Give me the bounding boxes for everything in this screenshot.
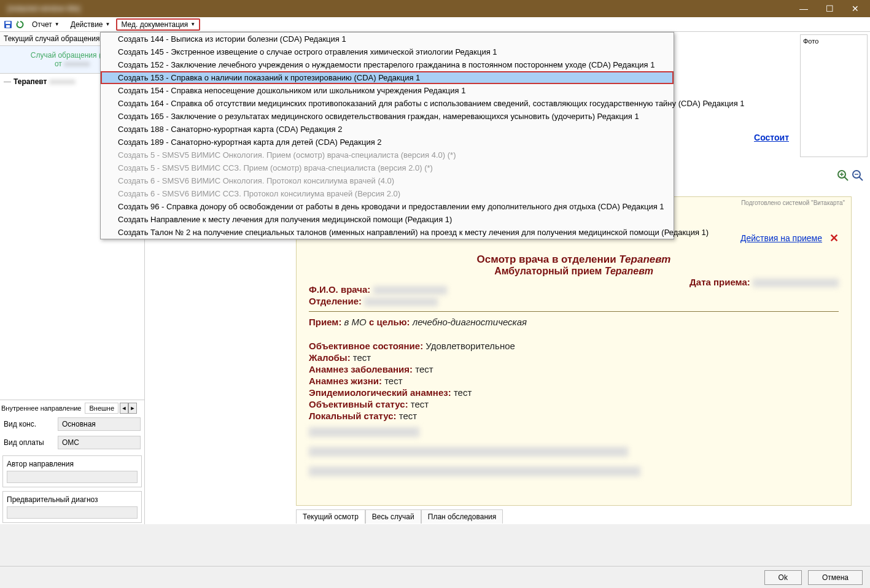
redacted-block	[309, 465, 839, 476]
dropdown-item[interactable]: Создать 189 - Санаторно-курортная карта …	[101, 136, 674, 149]
complaints-row: Жалобы: тест	[309, 352, 839, 363]
consult-type-field: Вид конс. Основная	[1, 415, 143, 433]
redacted-text	[753, 279, 839, 287]
obj-state-row: Объективное состояние: Удовлетворительно…	[309, 341, 839, 351]
visit-row: Прием: в МО с целью: лечебно-диагностиче…	[309, 317, 839, 327]
prelim-diag-group: Предварительный диагноз	[2, 491, 142, 523]
redacted-text	[364, 298, 438, 306]
doc-title-1: Осмотр врача в отделении Терапевт	[309, 253, 839, 266]
caret-down-icon: ▼	[106, 21, 111, 27]
anamnez-life-row: Анамнез жизни: тест	[309, 376, 839, 386]
maximize-button[interactable]: ☐	[817, 1, 842, 16]
close-icon[interactable]: ✕	[829, 231, 839, 245]
tab-nav-right[interactable]: ►	[128, 403, 137, 414]
svg-line-4	[844, 177, 848, 180]
dept-row: Отделение:	[309, 296, 839, 306]
med-doc-dropdown: Создать 144 - Выписка из истории болезни…	[100, 32, 674, 239]
med-doc-menu-label: Мед. документация	[121, 20, 188, 29]
zoom-out-icon[interactable]	[852, 169, 864, 182]
svg-rect-1	[6, 21, 10, 24]
case-line-2: от	[55, 60, 62, 68]
dropdown-item[interactable]: Создать 152 - Заключение лечебного учреж…	[101, 58, 674, 71]
svg-line-8	[859, 177, 863, 180]
tab-current-exam[interactable]: Текущий осмотр	[296, 509, 365, 524]
footer: Ok Отмена	[0, 566, 870, 588]
caret-down-icon: ▼	[55, 21, 60, 27]
dropdown-item: Создать 5 - SMSV5 ВИМИС Онкология. Прием…	[101, 149, 674, 161]
redacted-text: xxxxxxx	[49, 77, 75, 86]
ok-button[interactable]: Ok	[764, 570, 802, 585]
window-controls: — ☐ ✕	[791, 1, 868, 16]
tab-nav-left[interactable]: ◄	[120, 403, 128, 414]
zoom-controls	[837, 169, 864, 182]
med-doc-menu[interactable]: Мед. документация ▼	[116, 18, 200, 31]
direction-tabs: Внутреннее направление Внешне ◄ ►	[1, 401, 143, 415]
tab-full-case[interactable]: Весь случай	[365, 509, 421, 524]
zoom-in-icon[interactable]	[837, 169, 849, 182]
toolbar: Отчет ▼ Действие ▼ Мед. документация ▼	[0, 17, 870, 32]
date-row: Дата приема:	[689, 277, 839, 287]
consult-type-value[interactable]: Основная	[58, 417, 141, 431]
author-input[interactable]	[7, 471, 138, 483]
report-menu-label: Отчет	[32, 20, 52, 29]
dropdown-item[interactable]: Создать Направление к месту лечения для …	[101, 213, 674, 226]
report-menu[interactable]: Отчет ▼	[27, 19, 64, 30]
doc-actions-row: Действия на приеме ✕	[740, 231, 839, 245]
redacted-text	[373, 286, 447, 295]
save-icon[interactable]	[2, 19, 14, 30]
payment-type-field: Вид оплаты ОМС	[1, 433, 143, 452]
dropdown-item[interactable]: Создать 164 - Справка об отсутствии меди…	[101, 97, 674, 110]
cancel-button[interactable]: Отмена	[808, 570, 863, 585]
photo-box: Фото	[800, 34, 868, 157]
dropdown-item[interactable]: Создать 96 - Справка донору об освобожде…	[101, 200, 674, 213]
watermark: Подготовлено системой "Витакарта"	[741, 199, 845, 206]
action-menu-label: Действие	[71, 20, 103, 29]
divider	[309, 311, 839, 312]
dropdown-item[interactable]: Создать Талон № 2 на получение специальн…	[101, 226, 674, 239]
tree-specialist-label: Терапевт	[14, 77, 47, 86]
document-viewer: Подготовлено системой "Витакарта" Действ…	[296, 196, 852, 506]
tab-nav: ◄ ►	[120, 403, 137, 414]
epid-row: Эпидемиологический анамнез: тест	[309, 387, 839, 398]
left-bottom-panel: Внутреннее направление Внешне ◄ ► Вид ко…	[0, 400, 144, 524]
minimize-button[interactable]: —	[791, 1, 816, 16]
obj-status-row: Объективный статус: тест	[309, 399, 839, 409]
dropdown-item[interactable]: Создать 165 - Заключение о результатах м…	[101, 110, 674, 123]
photo-label: Фото	[803, 37, 818, 45]
anamnez-dis-row: Анамнез заболевания: тест	[309, 364, 839, 374]
dropdown-item: Создать 6 - SMSV6 ВИМИС ССЗ. Протокол ко…	[101, 187, 674, 200]
dropdown-item[interactable]: Создать 188 - Санаторно-курортная карта …	[101, 123, 674, 136]
redacted-block	[309, 426, 839, 437]
redacted-text: xxxxxxx	[64, 60, 90, 68]
consult-type-label: Вид конс.	[4, 420, 54, 428]
visit-actions-link[interactable]: Действия на приеме	[740, 233, 822, 243]
svg-rect-2	[6, 25, 10, 28]
payment-type-value[interactable]: ОМС	[58, 436, 141, 449]
titlebar: [redacted window title] — ☐ ✕	[0, 0, 870, 17]
payment-type-label: Вид оплаты	[4, 438, 54, 447]
dropdown-item[interactable]: Создать 144 - Выписка из истории болезни…	[101, 33, 674, 45]
tab-external-direction[interactable]: Внешне	[85, 403, 118, 414]
dropdown-item[interactable]: Создать 154 - Справка непосещение дошкол…	[101, 84, 674, 97]
author-group: Автор направления	[2, 455, 142, 487]
tab-exam-plan[interactable]: План обследования	[421, 509, 503, 524]
bottom-tabs: Текущий осмотр Весь случай План обследов…	[296, 508, 503, 524]
close-button[interactable]: ✕	[843, 1, 868, 16]
dropdown-item: Создать 5 - SMSV5 ВИМИС ССЗ. Прием (осмо…	[101, 161, 674, 174]
local-status-row: Локальный статус: тест	[309, 411, 839, 421]
dropdown-item: Создать 6 - SMSV6 ВИМИС Онкология. Прото…	[101, 174, 674, 187]
prelim-diag-label: Предварительный диагноз	[7, 495, 138, 504]
dropdown-item[interactable]: Создать 153 - Справка о наличии показани…	[101, 71, 674, 84]
tree-dash-icon: —	[4, 77, 11, 86]
dropdown-item[interactable]: Создать 145 - Экстренное извещение о слу…	[101, 45, 674, 58]
status-link[interactable]: Состоит	[754, 133, 789, 142]
action-menu[interactable]: Действие ▼	[66, 19, 115, 30]
tab-internal-direction[interactable]: Внутреннее направление	[1, 404, 84, 412]
prelim-diag-input[interactable]	[7, 506, 138, 519]
doc-title-2: Амбулаторный прием Терапевт	[309, 266, 839, 277]
caret-down-icon: ▼	[190, 21, 195, 27]
refresh-icon[interactable]	[15, 19, 26, 30]
redacted-block	[309, 446, 839, 457]
author-label: Автор направления	[7, 460, 138, 468]
window-title: [redacted window title]	[2, 4, 80, 13]
